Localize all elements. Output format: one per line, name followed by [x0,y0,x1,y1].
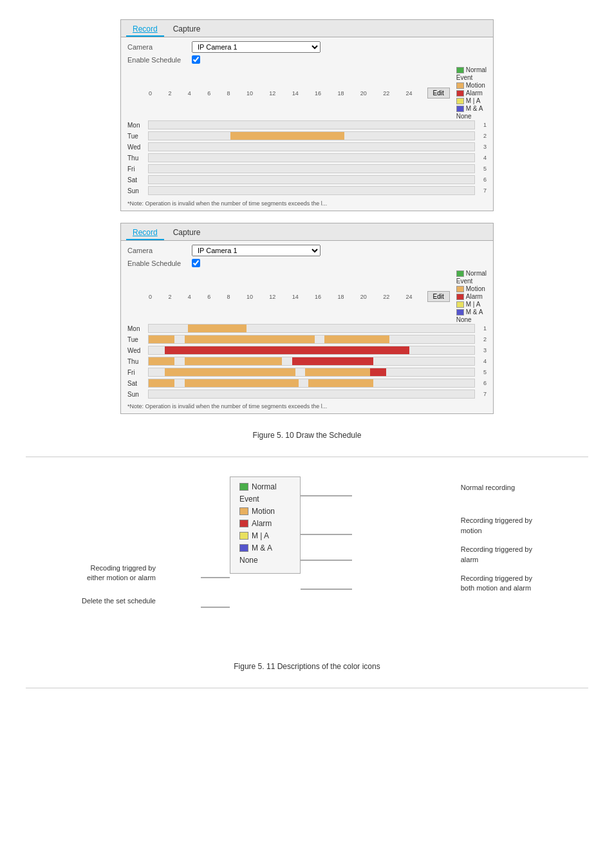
tab-capture-2[interactable]: Capture [167,226,207,240]
time-grid-thu-2[interactable] [148,357,475,366]
row-num-4-2: 4 [478,358,487,364]
legend-alarm-1: Alarm [456,90,487,97]
schedule-row-mon-1: Mon 1 [127,120,487,130]
tab-capture-1[interactable]: Capture [167,23,207,37]
time-grid-thu-1[interactable] [148,153,475,162]
schedule-row-sun-1: Sun 7 [127,185,487,196]
time-grid-wed-2[interactable] [148,346,475,355]
schedule-grid-1: 0 2 4 6 8 10 12 14 16 18 20 22 2 [127,66,487,207]
left-labels: Recoding triggred by either motion or al… [82,563,156,606]
figures-section-2: Recoding triggred by either motion or al… [26,470,588,681]
legend-color-motion-2 [456,286,464,292]
hour-22: 22 [383,90,389,97]
time-grid-sat-2[interactable] [148,379,475,388]
tab-record-1[interactable]: Record [126,23,164,37]
legend-color-normal-1 [456,67,464,73]
left-label-none: Delete the set schedule [82,596,156,606]
time-grid-mon-1[interactable] [148,120,475,129]
legend-motion-2: Motion [456,285,487,292]
schedule-row-fri-1: Fri 5 [127,164,487,174]
tab-record-2[interactable]: Record [126,226,164,240]
legend-label-manda-2: M & A [466,308,483,316]
time-grid-tue-1[interactable] [148,131,475,140]
camera-label-1: Camera [127,43,192,51]
legend-label-none-1: None [456,113,472,120]
day-thu-2: Thu [127,358,148,365]
legend-color-mia-1 [456,98,464,104]
day-mon-1: Mon [127,122,148,129]
hour-2: 2 [168,90,171,97]
time-grid-mon-2[interactable] [148,324,475,333]
time-grid-sun-1[interactable] [148,186,475,195]
row-num-2-2: 2 [478,336,487,343]
hour2-2: 2 [168,294,171,300]
schedule-row-sat-1: Sat 6 [127,175,487,185]
anno-color-alarm [239,520,248,527]
time-grid-fri-2[interactable] [148,368,475,377]
anno-none: None [239,556,291,565]
anno-color-normal [239,483,248,491]
annotation-diagram: Recoding triggred by either motion or al… [82,470,532,657]
time-grid-fri-1[interactable] [148,164,475,173]
hour-12: 12 [269,90,275,97]
time-grid-wed-1[interactable] [148,142,475,151]
divider-1 [26,457,588,457]
time-grid-tue-2[interactable] [148,335,475,344]
hour-6: 6 [207,90,210,97]
enable-schedule-checkbox-2[interactable] [192,259,200,267]
legend-motion-1: Motion [456,82,487,89]
hour2-0: 0 [149,294,152,300]
legend-mia-2: M | A [456,301,487,308]
note-text-2: *Note: Operation is invalid when the num… [127,403,487,410]
legend-color-alarm-2 [456,294,464,300]
motion-label-fig2: Motion [252,507,275,516]
day-wed-1: Wed [127,144,148,151]
right-label-normal: Normal recording [461,483,532,493]
schedule-row-tue-2: Tue 2 [127,334,487,344]
day-mon-2: Mon [127,325,148,332]
time-grid-sun-2[interactable] [148,390,475,399]
legend-manda-1: M & A [456,105,487,112]
icon-box-figure2: Normal Event Motion Alarm M | A [230,476,301,574]
legend-1: Normal Event Motion Alarm [456,66,487,120]
schedule-row-thu-1: Thu 4 [127,153,487,163]
hour2-8: 8 [227,294,230,300]
legend-label-alarm-2: Alarm [466,293,483,300]
row-num-6-2: 6 [478,380,487,386]
legend-mia-1: M | A [456,97,487,104]
camera-select-2[interactable]: IP Camera 1 [192,245,321,256]
day-thu-1: Thu [127,155,148,162]
schedule-row-tue-1: Tue 2 [127,131,487,141]
hour2-18: 18 [337,294,344,300]
hour-24: 24 [406,90,413,97]
row-num-3-2: 3 [478,347,487,354]
hour2-16: 16 [315,294,321,300]
enable-schedule-checkbox-1[interactable] [192,55,200,64]
hour-10: 10 [247,90,253,97]
row-num-3-1: 3 [478,144,487,150]
edit-button-1[interactable]: Edit [427,88,450,99]
day-tue-1: Tue [127,133,148,140]
camera-row-2: Camera IP Camera 1 [127,245,487,256]
right-labels: Normal recording Recording triggered bym… [461,483,532,594]
row-num-5-2: 5 [478,369,487,375]
legend-label-manda-1: M & A [466,105,483,112]
legend-normal-1: Normal [456,66,487,73]
hour-8: 8 [227,90,230,97]
legend-color-alarm-1 [456,90,464,97]
time-grid-sat-1[interactable] [148,175,475,184]
day-rows-col-2: Mon 1 Tue [127,323,487,399]
row-num-2-1: 2 [478,133,487,139]
anno-event: Event [239,495,291,504]
figures-section-1: Record Capture Camera IP Camera 1 Enable… [26,19,588,450]
schedule-grid-2: 0 2 4 6 8 10 12 14 16 18 20 22 2 [127,270,487,410]
hour2-20: 20 [360,294,367,300]
hour2-12: 12 [269,294,275,300]
day-sat-1: Sat [127,176,148,184]
panel-body-1: Camera IP Camera 1 Enable Schedule [121,37,493,211]
camera-select-1[interactable]: IP Camera 1 [192,41,321,53]
edit-button-2[interactable]: Edit [427,291,450,302]
row-num-7-1: 7 [478,187,487,194]
anno-normal: Normal [239,482,291,491]
enable-schedule-label-2: Enable Schedule [127,259,192,267]
